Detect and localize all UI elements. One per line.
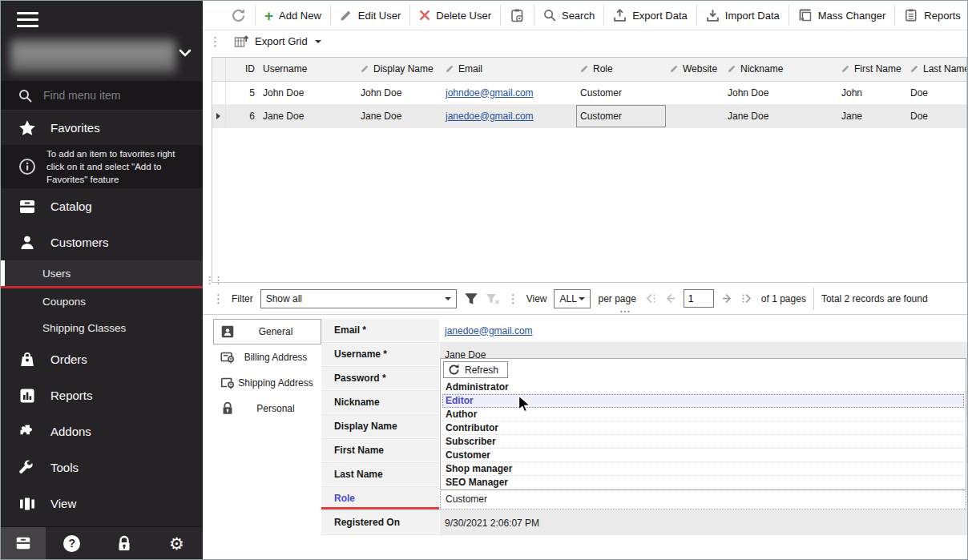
sidebar-search[interactable]	[1, 81, 203, 110]
reports-button[interactable]: Reports	[895, 1, 968, 30]
column-header-nickname[interactable]: Nickname	[724, 58, 837, 81]
view-icon	[18, 494, 37, 514]
sidebar-item-orders[interactable]: Orders	[1, 341, 203, 377]
import-data-button[interactable]: Import Data	[697, 1, 789, 30]
cell-id[interactable]: 5	[225, 81, 259, 104]
help-button[interactable]: ?	[46, 527, 98, 560]
toolbar-drag-handle[interactable]: ⋮	[209, 35, 221, 47]
column-header-website[interactable]: Website	[666, 58, 724, 81]
clear-filter-icon[interactable]	[486, 292, 500, 305]
tab-billing-address[interactable]: Billing Address	[213, 344, 321, 370]
cell-role[interactable]: Customer	[576, 81, 666, 104]
email-link[interactable]: janedoe@gmail.com	[446, 111, 534, 122]
favorites-hint: To add an item to favorites right click …	[1, 145, 203, 188]
sidebar-item-favorites[interactable]: Favorites	[1, 110, 203, 145]
pager-drag-handle[interactable]: ⋮	[507, 292, 519, 304]
role-option-subscriber[interactable]: Subscriber	[442, 435, 964, 449]
role-option-author[interactable]: Author	[442, 408, 964, 421]
role-option-editor[interactable]: Editor	[442, 394, 964, 408]
delete-user-button[interactable]: Delete User	[410, 1, 500, 30]
cell-display-name[interactable]: Jane Doe	[357, 104, 442, 127]
last-page-icon[interactable]	[740, 293, 754, 304]
column-header-role[interactable]: Role	[576, 58, 666, 81]
search-button[interactable]: Search	[534, 1, 603, 30]
view-label: View	[526, 293, 547, 304]
filterbar-drag-handle[interactable]: ⋮	[212, 292, 224, 304]
role-field[interactable]: Customer	[440, 488, 966, 510]
sidebar-item-customers[interactable]: Customers	[1, 224, 203, 260]
cell-username[interactable]: Jane Doe	[259, 104, 357, 127]
refresh-button[interactable]	[222, 1, 255, 30]
tab-personal[interactable]: Personal	[213, 396, 321, 421]
cell-last-name[interactable]: Doe	[906, 104, 966, 127]
column-header-last-name[interactable]: Last Name	[906, 58, 966, 81]
preview-button[interactable]	[501, 1, 534, 30]
column-header-display-name[interactable]: Display Name	[357, 58, 442, 81]
dropdown-refresh-button[interactable]: Refresh	[443, 361, 508, 378]
mass-changer-button[interactable]: Mass Changer	[789, 1, 895, 30]
button-label: Edit User	[358, 10, 401, 22]
catalog-icon	[18, 197, 37, 216]
filter-select[interactable]: Show all	[260, 289, 457, 308]
tab-general[interactable]: General	[213, 319, 321, 344]
reports-clipboard-icon	[904, 8, 918, 22]
per-page-select[interactable]: ALL	[554, 289, 591, 308]
table-row-selected[interactable]: 6 Jane Doe Jane Doe janedoe@gmail.com Cu…	[212, 104, 966, 127]
tab-shipping-address[interactable]: Shipping Address	[213, 370, 321, 396]
sidebar-subitem-users[interactable]: Users	[1, 260, 203, 288]
cell-first-name[interactable]: Jane	[837, 104, 906, 127]
prev-page-icon[interactable]	[664, 293, 676, 304]
refresh-icon	[231, 8, 246, 23]
apply-filter-icon[interactable]	[464, 292, 478, 305]
sidebar-item-view[interactable]: View	[1, 485, 203, 522]
cell-last-name[interactable]: Doe	[906, 81, 966, 104]
email-link[interactable]: johndoe@gmail.com	[446, 87, 534, 99]
cell-email[interactable]: johndoe@gmail.com	[442, 81, 576, 104]
role-option-administrator[interactable]: Administrator	[442, 381, 964, 394]
page-number-input[interactable]	[684, 289, 714, 308]
search-icon	[543, 9, 556, 22]
first-page-icon[interactable]	[643, 293, 657, 304]
email-link[interactable]: janedoe@gmail.com	[445, 325, 533, 336]
role-option-contributor[interactable]: Contributor	[442, 421, 964, 435]
lock-button[interactable]	[98, 527, 150, 560]
column-header-username[interactable]: Username	[259, 58, 357, 81]
column-header-email[interactable]: Email	[442, 58, 576, 81]
edit-user-button[interactable]: Edit User	[331, 1, 409, 30]
column-header-id[interactable]: ID	[225, 58, 259, 81]
store-button[interactable]	[1, 527, 46, 560]
table-row[interactable]: 5 John Doe John Doe johndoe@gmail.com Cu…	[212, 81, 966, 104]
sidebar-item-addons[interactable]: Addons	[1, 413, 203, 449]
column-header-first-name[interactable]: First Name	[837, 58, 906, 81]
email-field[interactable]: janedoe@gmail.com	[440, 319, 967, 342]
sidebar-item-reports[interactable]: Reports	[1, 377, 203, 413]
sidebar-subitem-shipping-classes[interactable]: Shipping Classes	[1, 315, 203, 341]
role-option-seo-manager[interactable]: SEO Manager	[442, 476, 964, 489]
sidebar-item-tools[interactable]: Tools	[1, 449, 203, 485]
cell-website[interactable]	[666, 81, 724, 104]
role-option-customer[interactable]: Customer	[442, 449, 964, 462]
export-data-button[interactable]: Export Data	[604, 1, 696, 30]
chevron-down-icon[interactable]	[179, 49, 192, 57]
export-grid-button[interactable]: Export Grid	[229, 30, 326, 52]
sidebar-subitem-coupons[interactable]: Coupons	[1, 288, 203, 315]
cell-role-editing[interactable]: Customer	[576, 104, 666, 127]
collapse-handle[interactable]: ⋯	[619, 304, 631, 317]
account-selector[interactable]	[10, 38, 195, 78]
cell-email[interactable]: janedoe@gmail.com	[442, 104, 576, 127]
settings-button[interactable]: ⚙	[151, 527, 203, 560]
cell-first-name[interactable]: John	[837, 81, 906, 104]
next-page-icon[interactable]	[721, 293, 733, 304]
add-new-button[interactable]: + Add New	[256, 1, 330, 30]
cell-username[interactable]: John Doe	[259, 81, 357, 104]
cell-nickname[interactable]: John Doe	[724, 81, 837, 104]
cell-id[interactable]: 6	[225, 104, 259, 127]
hamburger-menu-icon[interactable]	[17, 12, 203, 27]
cell-website[interactable]	[666, 104, 724, 127]
search-input[interactable]	[43, 89, 179, 102]
cell-nickname[interactable]: Jane Doe	[724, 104, 837, 127]
selected-row-arrow-icon	[216, 113, 220, 119]
sidebar-item-catalog[interactable]: Catalog	[1, 188, 203, 224]
role-option-shop-manager[interactable]: Shop manager	[442, 462, 964, 476]
cell-display-name[interactable]: John Doe	[357, 81, 442, 104]
